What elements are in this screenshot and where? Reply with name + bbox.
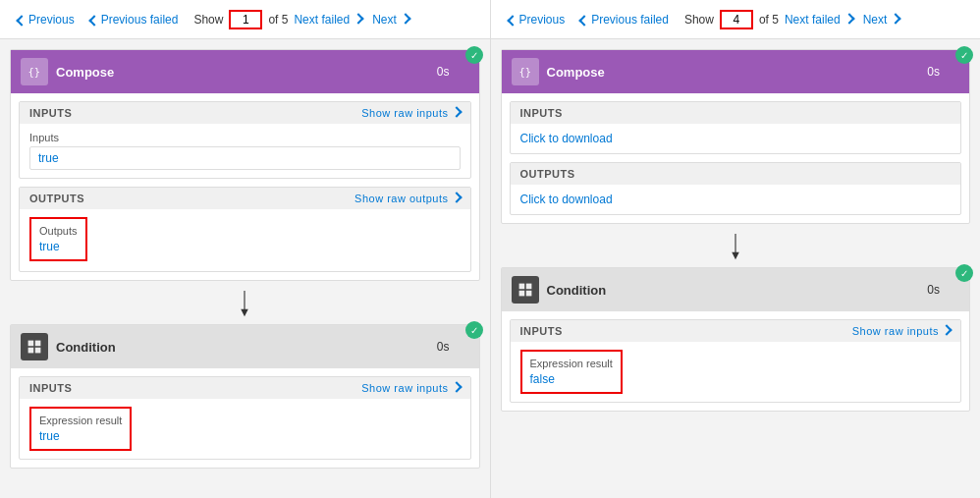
panel2-condition-inputs-body: Expression result false <box>511 342 961 402</box>
panel2-condition-header: Condition 0s ✓ <box>502 268 970 311</box>
panel2-expression-value: false <box>530 372 613 386</box>
svg-marker-9 <box>732 252 739 260</box>
panel1-condition-inputs-label: INPUTS <box>29 382 72 394</box>
panel1-nav: Previous Previous failed Show of 5 Next … <box>0 0 491 38</box>
panel2-next-label: Next <box>863 13 888 27</box>
panel2-show-label: Show <box>684 13 714 27</box>
panel1-condition-expression-box: Expression result true <box>29 407 132 451</box>
top-navigation: Previous Previous failed Show of 5 Next … <box>0 0 980 39</box>
panel1-show-input[interactable] <box>231 12 260 28</box>
p2-condition-show-raw-chevron-icon <box>941 324 952 335</box>
panel1-next-failed-button[interactable]: Next failed <box>294 13 362 27</box>
run-panel-2: {} Compose 0s ✓ INPUTS Click to download <box>491 39 981 498</box>
panel1-compose-time: 0s <box>437 65 450 79</box>
condition-show-raw-chevron-icon <box>451 381 462 392</box>
panel2-nav: Previous Previous failed Show of 5 Next … <box>491 0 981 38</box>
panel2-previous-label: Previous <box>519 13 566 27</box>
panel2-outputs-section: OUTPUTS Click to download <box>510 162 962 215</box>
panel1-compose-title: Compose <box>56 65 437 80</box>
panel2-inputs-body: Click to download <box>511 124 961 153</box>
panel2-previous-failed-button[interactable]: Previous failed <box>574 11 673 28</box>
panel1-show-raw-outputs-label: Show raw outputs <box>354 193 448 204</box>
prev-failed-chevron-icon <box>88 15 99 26</box>
panel2-of-label: of 5 <box>759 13 779 27</box>
panel1-next-label: Next <box>372 13 397 27</box>
panel1-outputs-highlighted-box: Outputs true <box>29 217 87 261</box>
panel2-condition-time: 0s <box>927 283 940 297</box>
panel2-next-failed-button[interactable]: Next failed <box>785 13 853 27</box>
panel1-condition-show-raw-label: Show raw inputs <box>361 382 448 394</box>
panel1-next-failed-label: Next failed <box>294 13 350 27</box>
main-content: {} Compose 0s ✓ INPUTS Show raw inputs I <box>0 39 980 498</box>
panel2-expression-label: Expression result <box>530 358 613 369</box>
panel2-next-button[interactable]: Next <box>859 11 904 28</box>
panel1-previous-label: Previous <box>28 13 75 27</box>
panel2-compose-icon: {} <box>512 58 539 85</box>
svg-rect-11 <box>525 284 531 290</box>
panel1-condition-show-raw-button[interactable]: Show raw inputs <box>361 382 460 394</box>
panel1-condition-inputs-header: INPUTS Show raw inputs <box>20 377 470 399</box>
panel1-show-raw-inputs-button[interactable]: Show raw inputs <box>361 107 460 119</box>
panel1-condition-inputs-section: INPUTS Show raw inputs Expression result… <box>19 376 471 460</box>
panel1-compose-header: {} Compose 0s ✓ <box>11 50 479 93</box>
panel1-outputs-body: Outputs true <box>20 209 470 271</box>
panel2-condition-show-raw-label: Show raw inputs <box>852 325 939 337</box>
panel2-previous-button[interactable]: Previous <box>503 11 570 28</box>
p2-next-failed-chevron-icon <box>844 13 854 24</box>
panel1-condition-time: 0s <box>437 340 450 354</box>
panel2-compose-time: 0s <box>927 65 940 79</box>
panel1-condition-title: Condition <box>56 340 437 355</box>
svg-rect-13 <box>525 291 531 297</box>
panel2-compose-card: {} Compose 0s ✓ INPUTS Click to download <box>501 49 971 224</box>
panel1-show-input-wrapper <box>229 10 262 29</box>
panel1-expression-label: Expression result <box>39 415 122 426</box>
panel1-previous-failed-button[interactable]: Previous failed <box>84 11 183 28</box>
panel2-arrow-icon <box>726 234 745 263</box>
panel2-show-input[interactable] <box>722 12 751 28</box>
previous-chevron-icon <box>16 15 27 26</box>
panel2-condition-card: Condition 0s ✓ INPUTS Show raw inputs Ex… <box>501 267 971 412</box>
svg-text:{}: {} <box>518 66 531 78</box>
panel1-previous-button[interactable]: Previous <box>12 11 79 28</box>
panel1-compose-icon: {} <box>21 58 48 85</box>
panel2-compose-header: {} Compose 0s ✓ <box>502 50 970 93</box>
panel2-condition-inputs-header: INPUTS Show raw inputs <box>511 320 961 342</box>
panel2-outputs-download-link[interactable]: Click to download <box>520 193 613 206</box>
condition-svg-icon <box>27 339 42 355</box>
panel1-inputs-field-value: true <box>29 146 461 170</box>
panel2-condition-inputs-label: INPUTS <box>520 325 563 337</box>
panel2-condition-check-icon: ✓ <box>955 264 973 282</box>
panel1-inputs-body: Inputs true <box>20 124 470 178</box>
panel2-condition-icon <box>512 276 539 304</box>
svg-rect-12 <box>518 291 524 297</box>
panel2-condition-show-raw-button[interactable]: Show raw inputs <box>852 325 951 337</box>
panel2-previous-failed-label: Previous failed <box>591 13 669 27</box>
panel1-inputs-field-label: Inputs <box>29 132 461 143</box>
panel1-expression-value: true <box>39 429 122 443</box>
panel2-inputs-download-link[interactable]: Click to download <box>520 132 613 145</box>
show-raw-outputs-chevron-icon <box>451 192 462 202</box>
panel1-arrow-icon <box>235 291 254 320</box>
panel1-compose-check-icon: ✓ <box>465 46 483 64</box>
panel1-condition-icon <box>21 333 48 360</box>
panel1-outputs-field-value: true <box>39 240 78 253</box>
panel1-show-raw-outputs-button[interactable]: Show raw outputs <box>354 193 460 204</box>
panel2-compose-check-icon: ✓ <box>955 46 973 64</box>
panel1-outputs-field-label: Outputs <box>39 225 78 237</box>
panel1-condition-inputs-body: Expression result true <box>20 399 470 459</box>
panel2-condition-title: Condition <box>547 283 928 298</box>
next-failed-chevron-icon <box>353 13 363 24</box>
panel1-next-button[interactable]: Next <box>368 11 413 28</box>
panel2-connector <box>501 230 971 267</box>
panel1-inputs-section: INPUTS Show raw inputs Inputs true <box>19 101 471 179</box>
panel1-show-raw-inputs-label: Show raw inputs <box>361 107 448 119</box>
svg-marker-2 <box>242 309 249 317</box>
svg-text:{}: {} <box>28 66 41 78</box>
panel2-inputs-label: INPUTS <box>520 107 563 119</box>
p2-next-chevron-icon <box>891 13 901 24</box>
svg-rect-6 <box>35 348 41 354</box>
panel2-inputs-header: INPUTS <box>511 102 961 124</box>
panel1-of-label: of 5 <box>268 13 288 27</box>
svg-rect-5 <box>28 348 34 354</box>
panel1-inputs-header: INPUTS Show raw inputs <box>20 102 470 124</box>
